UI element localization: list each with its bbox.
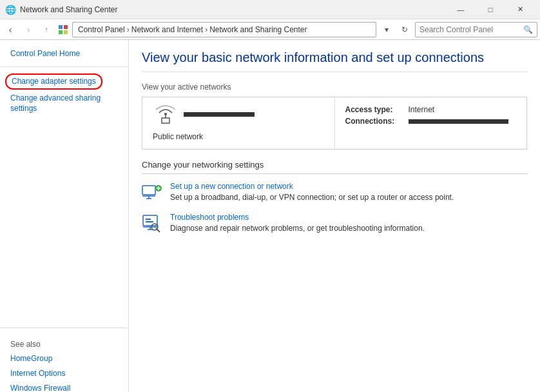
access-type-row: Access type: Internet <box>345 105 517 114</box>
sidebar-homegroup[interactable]: HomeGroup <box>0 351 128 366</box>
address-path[interactable]: Control Panel › Network and Internet › N… <box>72 22 376 37</box>
path-sep-1: › <box>127 25 130 34</box>
close-button[interactable]: ✕ <box>505 0 535 19</box>
network-name-redacted <box>184 112 255 119</box>
troubleshoot-link[interactable]: Troubleshoot problems <box>170 213 425 222</box>
svg-rect-4 <box>162 118 169 123</box>
back-button[interactable]: ‹ <box>3 22 18 37</box>
connections-value <box>409 117 508 126</box>
dropdown-button[interactable]: ▾ <box>379 22 394 37</box>
sidebar-change-advanced-sharing[interactable]: Change advanced sharing settings <box>0 91 128 117</box>
access-type-label: Access type: <box>345 105 403 114</box>
maximize-button[interactable]: □ <box>476 0 505 19</box>
content-area: View your basic network information and … <box>129 40 540 392</box>
path-sep-2: › <box>205 25 207 34</box>
access-type-value: Internet <box>409 105 435 114</box>
svg-point-6 <box>164 113 167 115</box>
svg-line-20 <box>156 228 160 232</box>
connections-row: Connections: <box>345 117 517 126</box>
see-also-label: See also <box>0 332 128 351</box>
forward-button[interactable]: › <box>21 22 36 37</box>
svg-rect-7 <box>142 186 155 195</box>
address-bar: ‹ › ↑ Control Panel › Network and Intern… <box>0 19 540 40</box>
title-bar: 🌐 Network and Sharing Center — □ ✕ <box>0 0 540 19</box>
network-details: Access type: Internet Connections: <box>335 97 527 149</box>
setup-connection-link[interactable]: Set up a new connection or network <box>170 182 454 191</box>
troubleshoot-text: Troubleshoot problems Diagnose and repai… <box>170 213 425 233</box>
network-info: Public network <box>142 97 335 149</box>
troubleshoot-desc: Diagnose and repair network problems, or… <box>170 224 425 233</box>
window-controls: — □ ✕ <box>446 0 535 19</box>
refresh-button[interactable]: ↻ <box>397 22 412 37</box>
page-title: View your basic network information and … <box>142 50 527 72</box>
window-icon: 🌐 <box>5 5 16 15</box>
network-type: Public network <box>153 132 324 141</box>
svg-rect-2 <box>59 30 63 34</box>
svg-rect-1 <box>64 25 68 29</box>
sidebar-windows-firewall[interactable]: Windows Firewall <box>0 381 128 392</box>
svg-rect-0 <box>59 25 63 29</box>
setup-connection-icon <box>142 182 162 202</box>
window-title: Network and Sharing Center <box>20 5 446 14</box>
setup-connection-item: Set up a new connection or network Set u… <box>142 182 527 202</box>
main-container: Control Panel Home Change adapter settin… <box>0 40 540 392</box>
network-icon <box>153 105 178 126</box>
change-settings-title: Change your networking settings <box>142 160 527 174</box>
minimize-button[interactable]: — <box>446 0 476 19</box>
connections-label: Connections: <box>345 117 403 126</box>
network-card: Public network Access type: Internet Con… <box>142 97 527 150</box>
setup-connection-desc: Set up a broadband, dial-up, or VPN conn… <box>170 193 454 202</box>
sidebar-control-panel-home[interactable]: Control Panel Home <box>0 46 128 61</box>
setup-connection-text: Set up a new connection or network Set u… <box>170 182 454 202</box>
svg-rect-3 <box>64 30 68 34</box>
up-button[interactable]: ↑ <box>39 22 54 37</box>
search-icon: 🔍 <box>523 25 533 34</box>
path-segment-2: Network and Internet <box>131 25 203 34</box>
path-segment-1: Control Panel <box>78 25 125 34</box>
troubleshoot-item: Troubleshoot problems Diagnose and repai… <box>142 213 527 233</box>
active-networks-label: View your active networks <box>142 83 527 92</box>
sidebar-internet-options[interactable]: Internet Options <box>0 366 128 381</box>
search-box[interactable]: 🔍 <box>415 22 537 37</box>
sidebar-change-adapter-settings[interactable]: Change adapter settings <box>5 74 102 90</box>
cp-icon <box>57 23 70 36</box>
change-settings-section: Change your networking settings Set <box>142 160 527 233</box>
path-segment-3: Network and Sharing Center <box>209 25 307 34</box>
search-input[interactable] <box>419 25 523 34</box>
troubleshoot-icon <box>142 213 162 233</box>
sidebar: Control Panel Home Change adapter settin… <box>0 40 129 392</box>
